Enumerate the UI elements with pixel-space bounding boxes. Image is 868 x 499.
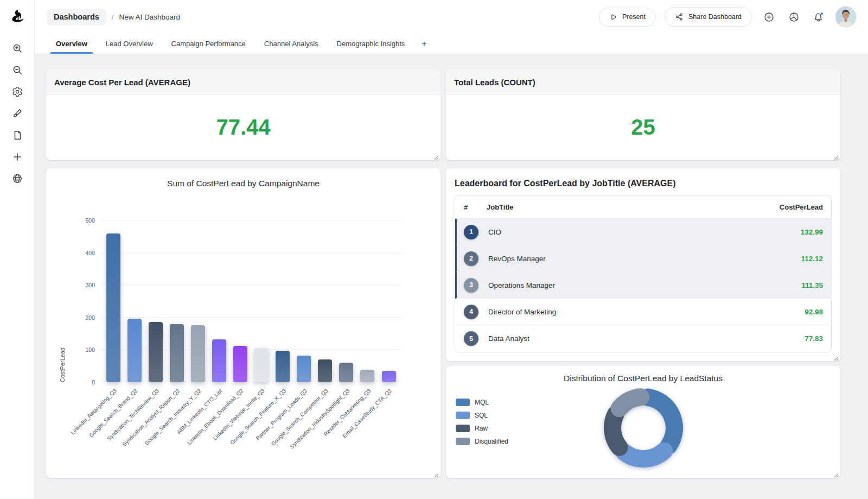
bar-rect (149, 322, 163, 382)
bar[interactable] (187, 220, 208, 382)
bar-rect (382, 371, 396, 382)
jobtitle-cell: Director of Marketing (488, 308, 750, 316)
leaderboard-header-row: # JobTitle CostPerLead (455, 196, 831, 219)
leaderboard-body: 1CIO132.992RevOps Manager112.123Operatio… (455, 219, 831, 352)
bar-rect (233, 346, 247, 382)
add-icon[interactable] (7, 146, 28, 168)
leaderboard-title: Leaderboard for CostPerLead by JobTitle … (446, 168, 840, 195)
tab-overview[interactable]: Overview (47, 34, 97, 54)
donut-segment-sql[interactable] (624, 451, 663, 459)
legend-item-disqualified[interactable]: Disqualified (456, 438, 508, 445)
bar[interactable] (229, 220, 251, 382)
bar-rect (276, 351, 290, 382)
bar-y-axis-label: CostPerLead (59, 220, 66, 382)
resize-handle[interactable] (833, 470, 839, 476)
bar-rect (212, 339, 226, 382)
bar[interactable] (103, 220, 124, 382)
settings-gear-icon[interactable] (7, 81, 28, 103)
legend-label: Raw (475, 425, 488, 432)
donut-segment-raw[interactable] (612, 414, 620, 447)
bar-rect (106, 233, 120, 382)
share-dashboard-button[interactable]: Share Dashboard (665, 7, 752, 27)
breadcrumb-current: New AI Dashboard (119, 13, 180, 21)
breadcrumb-dashboards[interactable]: Dashboards (47, 9, 106, 25)
tab-demographic-insights[interactable]: Demographic Insights (328, 34, 414, 54)
bar[interactable] (336, 220, 357, 382)
bar[interactable] (315, 220, 336, 382)
share-dashboard-label: Share Dashboard (688, 13, 742, 21)
tab-channel-analysis[interactable]: Channel Analysis (255, 34, 328, 54)
donut-chart-title: Distribution of CostPerLead by LeadStatu… (446, 366, 840, 383)
leaderboard-table: # JobTitle CostPerLead 1CIO132.992RevOps… (455, 195, 832, 352)
pie-chart-icon[interactable] (786, 9, 802, 25)
costperlead-cell: 112.12 (750, 255, 831, 263)
rank-badge: 3 (464, 278, 478, 293)
legend-item-raw[interactable]: Raw (456, 425, 508, 432)
leaderboard-row[interactable]: 2RevOps Manager112.12 (455, 245, 831, 272)
add-circle-icon[interactable] (761, 9, 777, 25)
y-tick-label: 300 (85, 282, 95, 288)
share-icon (675, 12, 684, 21)
resize-handle[interactable] (833, 153, 839, 159)
donut-segment-disqualified[interactable] (619, 397, 640, 408)
legend-chip (456, 425, 470, 432)
notification-dot (821, 12, 823, 15)
jobtitle-cell: Data Analyst (488, 334, 750, 343)
y-tick-label: 100 (85, 346, 95, 353)
legend-item-sql[interactable]: SQL (456, 412, 508, 419)
sidebar (0, 0, 35, 499)
resize-handle[interactable] (433, 470, 439, 476)
bar-rect (297, 356, 311, 382)
jobtitle-cell: RevOps Manager (488, 255, 750, 263)
bar-plot (100, 220, 401, 382)
tab-lead-overview[interactable]: Lead Overview (97, 34, 162, 54)
document-icon[interactable] (7, 124, 28, 146)
donut-segment-mql[interactable] (647, 397, 674, 446)
column-header-costperlead: CostPerLead (750, 203, 831, 211)
legend-item-mql[interactable]: MQL (456, 399, 508, 406)
kpi-value: 77.44 (46, 95, 441, 160)
bar[interactable] (251, 220, 272, 382)
bar[interactable] (272, 220, 293, 382)
resize-handle[interactable] (833, 353, 839, 359)
y-tick-label: 400 (85, 250, 95, 256)
add-tab-button[interactable]: + (414, 34, 434, 54)
rank-badge: 5 (464, 331, 478, 346)
avatar[interactable] (835, 7, 856, 27)
present-button[interactable]: Present (599, 8, 656, 27)
notifications-bell-icon[interactable] (810, 9, 827, 25)
zoom-out-icon[interactable] (7, 59, 28, 81)
leaderboard-row[interactable]: 1CIO132.99 (455, 219, 831, 245)
breadcrumb-separator: / (112, 13, 114, 21)
bar[interactable] (378, 220, 399, 382)
kpi-value: 25 (446, 95, 840, 160)
jobtitle-cell: Operations Manager (488, 281, 750, 289)
bar-chart-card: Sum of CostPerLead by CampaignName CostP… (46, 168, 441, 478)
bar[interactable] (166, 220, 187, 382)
kpi-title: Total Leads (COUNT) (446, 70, 840, 95)
tab-campaign-performance[interactable]: Campaign Performance (162, 34, 255, 54)
bar[interactable] (357, 220, 378, 382)
resize-handle[interactable] (433, 153, 439, 159)
column-header-rank: # (455, 203, 487, 211)
app-logo[interactable] (8, 7, 27, 27)
bar-rect (360, 370, 374, 382)
costperlead-cell: 111.35 (750, 281, 831, 289)
leaderboard-row[interactable]: 4Director of Marketing92.98 (455, 299, 831, 325)
bar-xlabels: LinkedIn_Retargeting_Q3Google_Search_Bra… (100, 382, 401, 466)
legend-chip (456, 399, 470, 406)
leaderboard-row[interactable]: 3Operations Manager111.35 (455, 272, 831, 299)
bar[interactable] (145, 220, 166, 382)
paintbrush-icon[interactable] (7, 103, 28, 124)
globe-icon[interactable] (7, 168, 28, 190)
leaderboard-card: Leaderboard for CostPerLead by JobTitle … (446, 168, 840, 361)
zoom-in-icon[interactable] (7, 37, 28, 59)
bar-rect (254, 348, 269, 382)
bar[interactable] (293, 220, 315, 382)
column-header-jobtitle: JobTitle (487, 203, 750, 211)
bar-rect (127, 319, 142, 382)
leaderboard-row[interactable]: 5Data Analyst77.83 (455, 325, 831, 352)
bar[interactable] (208, 220, 229, 382)
bar[interactable] (124, 220, 145, 382)
dashboard-canvas: Average Cost Per Lead (AVERAGE) 77.44 To… (35, 54, 868, 499)
